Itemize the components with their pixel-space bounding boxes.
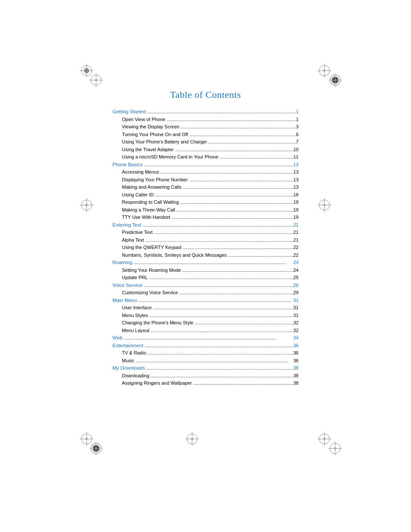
- toc-entry-label: Turning Your Phone On and Off: [112, 131, 188, 138]
- toc-entry-label: User Interface: [112, 304, 152, 311]
- toc-page-number: 24: [293, 259, 299, 266]
- toc-title: Table of Contents: [112, 89, 299, 100]
- toc-section-row: Getting Started ........................…: [112, 108, 299, 116]
- toc-section-row: Main Menu ..............................…: [112, 297, 299, 305]
- toc-entry-row: TTY Use With Handset ...................…: [112, 214, 299, 221]
- toc-dots: ........................................…: [149, 372, 293, 380]
- toc-dots: ........................................…: [149, 327, 293, 335]
- toc-entry-label: Using a microSD Memory Card in Your Phon…: [112, 153, 218, 161]
- toc-dots: ........................................…: [148, 274, 293, 282]
- toc-dots: ........................................…: [193, 319, 293, 327]
- toc-entry-row: Turning Your Phone On and Off ..........…: [112, 131, 299, 139]
- toc-section-row: Phone Basics ...........................…: [112, 161, 299, 169]
- toc-content: Table of Contents Getting Started ......…: [112, 89, 299, 387]
- toc-page-number: 24: [293, 267, 299, 274]
- toc-entry-row: Menu Styles ............................…: [112, 312, 299, 320]
- reg-mark-tr2: [328, 73, 342, 87]
- toc-page-number: 3: [296, 123, 299, 131]
- toc-section-row: Entertainment ..........................…: [112, 342, 299, 350]
- toc-page-number: 38: [293, 380, 299, 387]
- toc-entry-label: Using the QWERTY Keypad: [112, 244, 181, 251]
- toc-section-row: Entering Text ..........................…: [112, 221, 299, 229]
- toc-section-label: Entering Text: [112, 221, 141, 229]
- toc-section-label: Web: [112, 334, 122, 342]
- toc-dots: ........................................…: [143, 342, 293, 350]
- toc-entry-label: Using Your Phone's Battery and Charger: [112, 138, 207, 146]
- toc-entry-label: Music: [112, 357, 134, 364]
- toc-entry-row: Using the QWERTY Keypad ................…: [112, 244, 299, 252]
- toc-dots: ........................................…: [181, 267, 293, 274]
- toc-entry-row: Viewing the Display Screen .............…: [112, 123, 299, 131]
- toc-entry-row: Music ..................................…: [112, 357, 299, 365]
- toc-page-number: 6: [296, 131, 299, 138]
- reg-mark-bl2: [89, 442, 103, 455]
- toc-entry-label: Displaying Your Phone Number: [112, 176, 188, 184]
- toc-entry-label: Customizing Voice Service: [112, 289, 178, 296]
- toc-dots: ........................................…: [180, 123, 296, 131]
- toc-section-row: Roaming ................................…: [112, 259, 299, 267]
- toc-page-number: 31: [293, 304, 299, 311]
- toc-dots: ........................................…: [159, 168, 293, 176]
- toc-entry-row: Accessing Menus ........................…: [112, 168, 299, 176]
- toc-page-number: 7: [296, 138, 299, 146]
- toc-page-number: 36: [293, 349, 299, 357]
- toc-entry-label: Update PRL: [112, 274, 148, 281]
- page: Table of Contents Getting Started ......…: [0, 0, 411, 532]
- toc-section-label: Main Menu: [112, 297, 137, 304]
- toc-dots: ........................................…: [143, 282, 293, 289]
- toc-section-label: My Downloads: [112, 364, 145, 372]
- toc-dots: ........................................…: [181, 244, 293, 252]
- toc-entry-row: TV & Radio .............................…: [112, 349, 299, 357]
- toc-dots: ........................................…: [146, 108, 296, 116]
- toc-entry-row: Numbers, Symbols, Smileys and Quick Mess…: [112, 252, 299, 259]
- reg-mark-mr: [318, 198, 331, 212]
- toc-dots: ........................................…: [179, 199, 293, 206]
- toc-dots: ........................................…: [152, 304, 293, 312]
- toc-dots: ........................................…: [148, 312, 293, 320]
- toc-dots: ........................................…: [146, 349, 293, 357]
- toc-entry-label: Setting Your Roaming Mode: [112, 267, 181, 274]
- toc-entry-row: Customizing Voice Service ..............…: [112, 289, 299, 297]
- toc-dots: ........................................…: [122, 334, 293, 342]
- toc-dots: ........................................…: [165, 116, 296, 124]
- toc-dots: ........................................…: [175, 206, 293, 214]
- toc-entry-label: Menu Layout: [112, 327, 149, 334]
- toc-page-number: 1: [296, 108, 299, 115]
- toc-dots: ........................................…: [192, 380, 293, 387]
- toc-entry-row: Update PRL .............................…: [112, 274, 299, 282]
- toc-page-number: 22: [293, 244, 299, 251]
- reg-mark-ml: [80, 198, 93, 212]
- toc-section-label: Voice Service: [112, 282, 143, 289]
- toc-page-number: 31: [293, 312, 299, 319]
- toc-entry-row: Downloading ............................…: [112, 372, 299, 380]
- toc-page-number: 38: [293, 372, 299, 380]
- toc-entry-label: Downloading: [112, 372, 149, 380]
- toc-entry-label: Changing the Phone's Menu Style: [112, 319, 193, 327]
- toc-page-number: 1: [296, 116, 299, 123]
- toc-entry-label: Making a Three-Way Call: [112, 206, 175, 214]
- toc-page-number: 13: [293, 176, 299, 184]
- reg-mark-br2: [328, 442, 342, 455]
- toc-page-number: 18: [293, 191, 299, 199]
- toc-page-number: 19: [293, 206, 299, 214]
- reg-mark-tl2: [89, 73, 103, 87]
- toc-entry-label: Viewing the Display Screen: [112, 123, 180, 131]
- toc-entry-row: Changing the Phone's Menu Style ........…: [112, 319, 299, 327]
- toc-entry-label: Using the Travel Adapter: [112, 146, 174, 153]
- toc-entry-label: Responding to Call Waiting: [112, 199, 179, 206]
- toc-entry-row: Making and Answering Calls .............…: [112, 184, 299, 191]
- toc-section-label: Entertainment: [112, 342, 143, 349]
- toc-entry-row: Assigning Ringers and Wallpaper ........…: [112, 380, 299, 387]
- toc-section-row: Web ....................................…: [112, 334, 299, 342]
- toc-entry-label: Accessing Menus: [112, 168, 159, 176]
- toc-entry-row: Using Caller ID ........................…: [112, 191, 299, 199]
- toc-entry-label: Predictive Text: [112, 229, 153, 236]
- toc-section-label: Getting Started: [112, 108, 146, 115]
- toc-page-number: 13: [293, 184, 299, 191]
- toc-dots: ........................................…: [144, 236, 293, 244]
- toc-page-number: 19: [293, 214, 299, 221]
- toc-section-label: Phone Basics: [112, 161, 143, 168]
- toc-entry-row: Setting Your Roaming Mode ..............…: [112, 267, 299, 274]
- toc-dots: ........................................…: [174, 146, 293, 154]
- toc-page-number: 25: [293, 274, 299, 281]
